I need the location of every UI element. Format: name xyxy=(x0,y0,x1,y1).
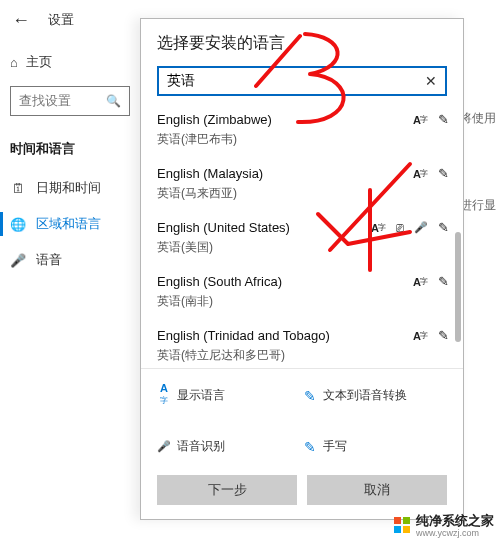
language-item[interactable]: English (South Africa)英语(南非)✎ xyxy=(141,266,463,320)
handwriting-icon: ✎ xyxy=(438,112,449,127)
settings-search-placeholder: 查找设置 xyxy=(19,92,71,110)
language-item[interactable]: English (Malaysia)英语(马来西亚)✎ xyxy=(141,158,463,212)
legend-tts-label: 文本到语音转换 xyxy=(323,387,407,404)
legend-handwriting: ✎手写 xyxy=(303,438,423,455)
language-name-zh: 英语(津巴布韦) xyxy=(157,131,447,148)
capability-legend: 显示语言✎文本到语音转换🎤语音识别✎手写 xyxy=(141,368,463,465)
language-capabilities: ⎚🎤✎ xyxy=(371,220,449,235)
settings-sidebar: ⌂ 主页 查找设置 🔍 时间和语言 🗓日期和时间🌐区域和语言🎤语音 xyxy=(0,40,140,542)
language-list[interactable]: English (Zimbabwe)英语(津巴布韦)✎English (Mala… xyxy=(141,104,463,368)
language-capabilities: ✎ xyxy=(413,166,449,181)
handwriting-legend-icon: ✎ xyxy=(303,439,317,455)
clear-search-icon[interactable]: ✕ xyxy=(423,73,439,89)
dialog-buttons: 下一步 取消 xyxy=(141,465,463,519)
language-item[interactable]: English (Zimbabwe)英语(津巴布韦)✎ xyxy=(141,104,463,158)
legend-speech: 🎤语音识别 xyxy=(157,438,277,455)
right-hint-1: 将使用 xyxy=(460,110,500,127)
home-link[interactable]: ⌂ 主页 xyxy=(10,48,130,76)
text-to-speech-icon xyxy=(413,328,428,343)
add-language-dialog: 选择要安装的语言 ✕ English (Zimbabwe)英语(津巴布韦)✎En… xyxy=(140,18,464,520)
watermark: 纯净系统之家 www.ycwzj.com xyxy=(394,512,494,538)
language-capabilities: ✎ xyxy=(413,328,449,343)
handwriting-icon: ✎ xyxy=(438,166,449,181)
mic-icon: 🎤 xyxy=(414,220,428,235)
speech-icon: 🎤 xyxy=(157,440,171,453)
nav-speech[interactable]: 🎤语音 xyxy=(10,242,130,278)
language-search-input[interactable] xyxy=(167,73,423,89)
display-language-icon xyxy=(157,379,171,412)
language-item[interactable]: English (Trinidad and Tobago)英语(特立尼达和多巴哥… xyxy=(141,320,463,368)
language-capabilities: ✎ xyxy=(413,274,449,289)
watermark-logo-icon xyxy=(394,517,410,533)
nav-region-language-icon: 🌐 xyxy=(10,217,26,232)
display-icon: ⎚ xyxy=(396,220,404,235)
handwriting-icon: ✎ xyxy=(438,220,449,235)
legend-speech-label: 语音识别 xyxy=(177,438,225,455)
legend-tts: ✎文本到语音转换 xyxy=(303,379,423,412)
home-label: 主页 xyxy=(26,53,52,71)
language-name-en: English (Zimbabwe) xyxy=(157,112,447,127)
right-hints: 将使用 进行显 xyxy=(460,110,500,284)
language-name-en: English (Malaysia) xyxy=(157,166,447,181)
search-icon: 🔍 xyxy=(106,94,121,108)
handwriting-icon: ✎ xyxy=(438,274,449,289)
language-name-en: English (Trinidad and Tobago) xyxy=(157,328,447,343)
text-to-speech-icon xyxy=(413,166,428,181)
back-icon[interactable]: ← xyxy=(12,10,30,31)
nav-speech-icon: 🎤 xyxy=(10,253,26,268)
right-hint-2: 进行显 xyxy=(460,197,500,214)
settings-search[interactable]: 查找设置 🔍 xyxy=(10,86,130,116)
legend-display-language-label: 显示语言 xyxy=(177,387,225,404)
language-item[interactable]: English (United States)英语(美国)⎚🎤✎ xyxy=(141,212,463,266)
legend-display-language: 显示语言 xyxy=(157,379,277,412)
scrollbar-thumb[interactable] xyxy=(455,232,461,342)
next-button[interactable]: 下一步 xyxy=(157,475,297,505)
nav-region-language-label: 区域和语言 xyxy=(36,215,101,233)
nav-date-time-label: 日期和时间 xyxy=(36,179,101,197)
section-title: 时间和语言 xyxy=(10,140,130,158)
legend-handwriting-label: 手写 xyxy=(323,438,347,455)
tts-icon: ✎ xyxy=(303,388,317,404)
text-to-speech-icon xyxy=(413,274,428,289)
watermark-text: 纯净系统之家 www.ycwzj.com xyxy=(416,512,494,538)
language-capabilities: ✎ xyxy=(413,112,449,127)
nav-date-time[interactable]: 🗓日期和时间 xyxy=(10,170,130,206)
cancel-button[interactable]: 取消 xyxy=(307,475,447,505)
home-icon: ⌂ xyxy=(10,55,18,70)
nav-region-language[interactable]: 🌐区域和语言 xyxy=(10,206,130,242)
settings-title: 设置 xyxy=(48,11,74,29)
settings-nav: 🗓日期和时间🌐区域和语言🎤语音 xyxy=(10,170,130,278)
language-name-en: English (South Africa) xyxy=(157,274,447,289)
handwriting-icon: ✎ xyxy=(438,328,449,343)
nav-speech-label: 语音 xyxy=(36,251,62,269)
language-name-zh: 英语(马来西亚) xyxy=(157,185,447,202)
language-search[interactable]: ✕ xyxy=(157,66,447,96)
nav-date-time-icon: 🗓 xyxy=(10,181,26,196)
language-name-zh: 英语(美国) xyxy=(157,239,447,256)
language-name-zh: 英语(特立尼达和多巴哥) xyxy=(157,347,447,364)
language-name-zh: 英语(南非) xyxy=(157,293,447,310)
text-to-speech-icon xyxy=(371,220,386,235)
dialog-title: 选择要安装的语言 xyxy=(157,33,447,54)
text-to-speech-icon xyxy=(413,112,428,127)
